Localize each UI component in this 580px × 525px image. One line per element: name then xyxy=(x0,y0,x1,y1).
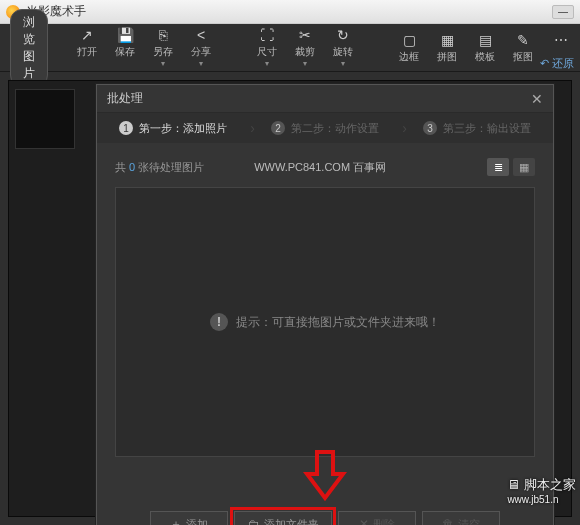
tool-rotate[interactable]: ↻旋转▾ xyxy=(324,27,362,68)
window-titlebar: 光影魔术手 — xyxy=(0,0,580,24)
saveas-icon: ⎘ xyxy=(154,27,172,43)
crop-icon: ✂ xyxy=(296,27,314,43)
tool-group-file: ↗打开 💾保存 ⎘另存▾ <分享▾ xyxy=(68,27,220,68)
plus-icon: ＋ xyxy=(170,516,182,526)
folder-icon: 🗀 xyxy=(248,517,260,525)
delete-button[interactable]: ✕删除 xyxy=(338,511,416,525)
template-icon: ▤ xyxy=(476,32,494,48)
batch-dialog: 批处理 ✕ 1第一步：添加照片› 2第二步：动作设置› 3第三步：输出设置 共 … xyxy=(96,84,554,525)
view-toggle: ≣ ▦ xyxy=(487,158,535,176)
share-icon: < xyxy=(192,27,210,43)
dialog-titlebar: 批处理 ✕ xyxy=(97,85,553,113)
tool-frame[interactable]: ▢边框 xyxy=(390,32,428,64)
close-icon[interactable]: ✕ xyxy=(531,91,543,107)
step-3: 3第三步：输出设置 xyxy=(401,121,553,136)
toolbar: 浏览图片 ↗打开 💾保存 ⎘另存▾ <分享▾ ⛶尺寸▾ ✂裁剪▾ ↻旋转▾ ▢边… xyxy=(0,24,580,72)
arrow-annotation xyxy=(303,450,347,502)
tool-collage[interactable]: ▦拼图 xyxy=(428,32,466,64)
info-icon: ! xyxy=(210,313,228,331)
more-icon: ⋯ xyxy=(552,32,570,48)
delete-icon: ✕ xyxy=(359,517,369,525)
watermark-text: WWW.PC841.COM 百事网 xyxy=(254,160,386,175)
list-view-button[interactable]: ≣ xyxy=(487,158,509,176)
restore-button[interactable]: ↶还原 xyxy=(540,56,574,71)
window-minimize[interactable]: — xyxy=(552,5,574,19)
tool-template[interactable]: ▤模板 xyxy=(466,32,504,64)
tool-size[interactable]: ⛶尺寸▾ xyxy=(248,27,286,68)
thumbnail[interactable] xyxy=(15,89,75,149)
collage-icon: ▦ xyxy=(438,32,456,48)
cutout-icon: ✎ xyxy=(514,32,532,48)
drop-area[interactable]: ! 提示：可直接拖图片或文件夹进来哦！ xyxy=(115,187,535,457)
resize-icon: ⛶ xyxy=(258,27,276,43)
info-row: 共 0 张待处理图片 WWW.PC841.COM 百事网 ≣ ▦ xyxy=(115,153,535,181)
site-watermark: 🖥 脚本之家 www.jb51.n xyxy=(507,476,576,505)
open-icon: ↗ xyxy=(78,27,96,43)
grid-view-button[interactable]: ▦ xyxy=(513,158,535,176)
save-icon: 💾 xyxy=(116,27,134,43)
dialog-title: 批处理 xyxy=(107,90,143,107)
clear-button[interactable]: 🗑清空 xyxy=(422,511,500,525)
button-row: ＋添加 🗀添加文件夹 ✕删除 🗑清空 xyxy=(115,511,535,525)
frame-icon: ▢ xyxy=(400,32,418,48)
pending-count: 0 xyxy=(129,161,135,173)
undo-icon: ↶ xyxy=(540,57,549,70)
tool-share[interactable]: <分享▾ xyxy=(182,27,220,68)
tool-saveas[interactable]: ⎘另存▾ xyxy=(144,27,182,68)
app-body: 浏览图片 ↗打开 💾保存 ⎘另存▾ <分享▾ ⛶尺寸▾ ✂裁剪▾ ↻旋转▾ ▢边… xyxy=(0,24,580,525)
tool-save[interactable]: 💾保存 xyxy=(106,27,144,68)
browse-images-button[interactable]: 浏览图片 xyxy=(10,9,48,87)
step-2: 2第二步：动作设置› xyxy=(249,121,401,136)
step-1[interactable]: 1第一步：添加照片› xyxy=(97,121,249,136)
tool-group-edit: ⛶尺寸▾ ✂裁剪▾ ↻旋转▾ xyxy=(248,27,362,68)
trash-icon: 🗑 xyxy=(442,517,454,525)
tool-open[interactable]: ↗打开 xyxy=(68,27,106,68)
add-button[interactable]: ＋添加 xyxy=(150,511,228,525)
tool-cutout[interactable]: ✎抠图 xyxy=(504,32,542,64)
dialog-body: 共 0 张待处理图片 WWW.PC841.COM 百事网 ≣ ▦ ! 提示：可直… xyxy=(97,143,553,525)
tool-crop[interactable]: ✂裁剪▾ xyxy=(286,27,324,68)
add-folder-button[interactable]: 🗀添加文件夹 xyxy=(234,511,332,525)
rotate-icon: ↻ xyxy=(334,27,352,43)
wizard-steps: 1第一步：添加照片› 2第二步：动作设置› 3第三步：输出设置 xyxy=(97,113,553,143)
drop-hint: ! 提示：可直接拖图片或文件夹进来哦！ xyxy=(210,313,440,331)
